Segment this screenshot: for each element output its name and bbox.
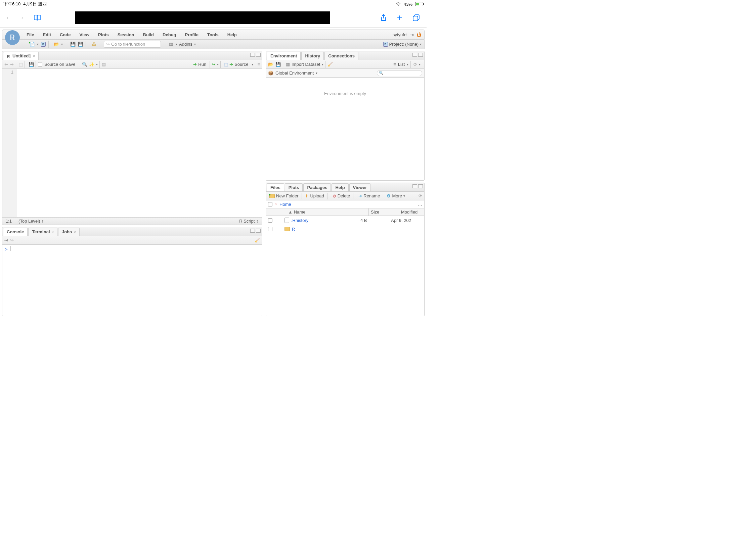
row-checkbox[interactable] [268,227,273,231]
upload-button[interactable]: ⬆Upload [304,193,325,199]
menu-help[interactable]: Help [227,32,237,37]
tabs-icon[interactable] [412,14,420,22]
save-all-icon[interactable]: 💾 [78,41,84,47]
outline-icon[interactable]: ▤ [102,62,106,67]
new-project-icon[interactable]: R [40,41,46,47]
menu-profile[interactable]: Profile [185,32,198,37]
save-icon[interactable]: 💾 [29,62,34,67]
address-bar[interactable] [75,11,330,24]
menu-tools[interactable]: Tools [207,32,218,37]
new-folder-button[interactable]: ●New Folder [268,193,300,199]
delete-button[interactable]: ⊘Delete [331,193,352,199]
tab-connections[interactable]: Connections [325,52,358,60]
col-size[interactable]: Size [369,209,399,216]
tab-terminal[interactable]: Terminal × [28,228,57,236]
tab-history[interactable]: History [301,52,324,60]
tab-jobs[interactable]: Jobs × [58,228,80,236]
tab-packages[interactable]: Packages [303,183,331,191]
addins-button[interactable]: Addins [179,42,192,47]
print-icon[interactable]: 🖶 [91,41,97,47]
maximize-icon[interactable] [418,184,423,188]
minimize-icon[interactable] [412,184,417,188]
env-scope[interactable]: Global Environment [276,71,314,76]
nav-back-icon[interactable]: ⬅ [4,62,8,67]
ipad-status-bar: 下午6:10 4月9日 週四 43% [0,0,427,8]
outline-toggle-icon[interactable]: ≡ [257,62,260,67]
save-icon[interactable]: 💾 [70,41,76,47]
tab-plots[interactable]: Plots [285,183,303,191]
breadcrumb-home[interactable]: Home [280,202,291,207]
console-output[interactable]: > [2,245,262,316]
code-editor[interactable]: 1 [2,69,262,217]
menu-code[interactable]: Code [60,32,71,37]
maximize-icon[interactable] [418,53,423,57]
bookmarks-icon[interactable] [33,15,41,21]
menu-session[interactable]: Session [118,32,134,37]
file-row[interactable]: R [266,224,424,233]
import-dataset-button[interactable]: Import Dataset [291,62,320,67]
lang-selector[interactable]: R Script ⇕ [239,218,259,223]
new-file-icon[interactable]: 📄● [29,41,35,47]
col-name[interactable]: ▲Name [286,209,369,216]
menu-plots[interactable]: Plots [98,32,109,37]
refresh-icon[interactable]: ⟳ [413,62,417,67]
row-checkbox[interactable] [268,218,273,222]
source-tab-untitled[interactable]: R Untitled1 × [3,52,38,60]
minimize-icon[interactable] [250,229,255,233]
tab-viewer[interactable]: Viewer [349,183,371,191]
console-tabs: Console Terminal × Jobs × [2,227,262,236]
run-button[interactable]: ➔Run [192,61,208,68]
goto-file-input[interactable]: ↪Go to file/function [104,41,161,48]
new-tab-icon[interactable]: + [397,12,403,23]
col-modified[interactable]: Modified [399,209,424,216]
menu-view[interactable]: View [79,32,89,37]
maximize-icon[interactable] [256,229,261,233]
clear-console-icon[interactable]: 🧹 [255,238,260,243]
rerun-icon[interactable]: ↪ [212,62,215,67]
select-all-checkbox[interactable] [268,202,273,207]
maximize-icon[interactable] [256,53,261,57]
menu-file[interactable]: File [27,32,34,37]
env-tabs: Environment History Connections [266,51,424,60]
save-icon[interactable]: 💾 [276,62,281,67]
scope-selector[interactable]: (Top Level) ⇕ [19,218,44,223]
project-label[interactable]: Project: (None) [389,42,418,47]
home-icon[interactable]: ⌂ [275,202,278,207]
load-icon[interactable]: 📂 [268,62,274,67]
more-button[interactable]: ⚙More▾ [385,193,406,199]
find-icon[interactable]: 🔍 [82,62,87,67]
tab-files[interactable]: Files [267,183,284,191]
signout-icon[interactable]: ⇥ [410,32,414,37]
source-button[interactable]: ⬚➔Source [223,61,250,68]
refresh-icon[interactable]: ⟳ [418,193,422,198]
wand-icon[interactable]: ✨ [89,62,94,67]
import-icon[interactable]: ▦ [286,62,290,67]
view-mode[interactable]: List [398,62,405,67]
nav-fwd-icon[interactable]: ➡ [10,62,14,67]
open-file-icon[interactable]: 📂 [53,41,59,47]
grid-icon[interactable]: ▦ [168,41,174,47]
forward-button[interactable]: › [22,15,23,20]
tab-environment[interactable]: Environment [267,52,301,60]
rename-button[interactable]: ➜Rename [357,193,381,199]
menu-build[interactable]: Build [143,32,154,37]
more-path-icon[interactable]: … [418,202,422,207]
source-on-save-checkbox[interactable] [38,62,42,66]
tab-console[interactable]: Console [3,228,28,236]
menu-debug[interactable]: Debug [162,32,176,37]
close-icon[interactable]: × [52,230,54,234]
env-search-input[interactable] [377,70,422,76]
menu-edit[interactable]: Edit [43,32,51,37]
share-icon[interactable] [380,14,387,22]
broom-icon[interactable]: 🧹 [328,62,333,67]
power-icon[interactable]: ⏻ [416,32,421,37]
close-icon[interactable]: × [74,230,76,234]
back-button[interactable]: ‹ [7,15,8,20]
close-icon[interactable]: × [33,54,35,58]
minimize-icon[interactable] [250,53,255,57]
minimize-icon[interactable] [412,53,417,57]
tab-help[interactable]: Help [332,183,348,191]
file-row[interactable]: .Rhistory 4 B Apr 9, 202 [266,216,424,224]
popup-icon[interactable]: ⬚ [19,62,23,67]
rerun-icon[interactable]: ↪ [10,238,14,243]
